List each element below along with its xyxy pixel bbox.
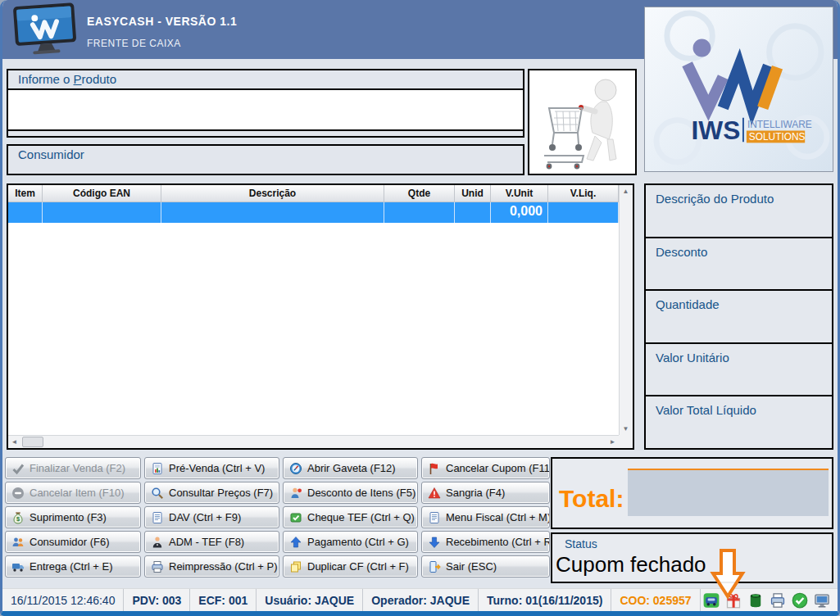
drum-icon[interactable] bbox=[747, 592, 764, 609]
abrir-gaveta-button[interactable]: Abrir Gaveta (F12) bbox=[283, 457, 418, 479]
cancelar-item-button: Cancelar Item (F10) bbox=[5, 482, 141, 504]
sair-label: Sair (ESC) bbox=[446, 560, 497, 573]
scroll-down-icon[interactable]: ▼ bbox=[620, 423, 632, 435]
sangria-button[interactable]: Sangria (F4) bbox=[421, 482, 550, 504]
detail-section-desconto: Desconto bbox=[646, 238, 832, 292]
selected-row-cell-descricao bbox=[161, 202, 384, 223]
total-display bbox=[628, 469, 829, 516]
app-logo-monitor-icon bbox=[9, 2, 81, 57]
detail-section-valor-total-liquido: Valor Total Líquido bbox=[646, 396, 832, 448]
menu-fiscal-button[interactable]: Menu Fiscal (Ctrl + M) bbox=[421, 506, 550, 528]
adm-tef-button[interactable]: ADM - TEF (F8) bbox=[144, 531, 279, 553]
person-suit-icon bbox=[151, 536, 164, 549]
entrega-button[interactable]: Entrega (Ctrl + E) bbox=[5, 555, 141, 578]
check-gray-icon bbox=[11, 462, 25, 475]
column-header-item[interactable]: Item bbox=[8, 185, 43, 202]
scroll-left-icon[interactable]: ◄ bbox=[8, 436, 20, 448]
pagamento-button[interactable]: Pagamento (Ctrl + G) bbox=[283, 531, 418, 553]
printer-icon bbox=[151, 560, 164, 573]
column-header-v_unit[interactable]: V.Unit bbox=[491, 185, 548, 202]
horizontal-scrollbar[interactable]: ◄ ► bbox=[8, 435, 619, 448]
svg-text:INTELLIWARE: INTELLIWARE bbox=[747, 119, 812, 130]
scroll-up-icon[interactable]: ▲ bbox=[620, 185, 632, 197]
entrega-label: Entrega (Ctrl + E) bbox=[30, 560, 113, 573]
selected-row-cell-v_liq bbox=[548, 202, 619, 223]
status-bar: 16/11/2015 12:46:40PDV: 003ECF: 001Usuár… bbox=[2, 588, 838, 611]
statusbar-usuario: Usuário: JAQUE bbox=[257, 589, 363, 611]
doc-lines-icon bbox=[151, 511, 164, 524]
desconto-de-itens-label: Desconto de Itens (F5) bbox=[307, 487, 415, 499]
statusbar-datetime: 16/11/2015 12:46:40 bbox=[2, 589, 124, 611]
detail-section-valor-unitario: Valor Unitário bbox=[646, 344, 832, 397]
cancelar-cupom-button[interactable]: Cancelar Cupom (F11) bbox=[421, 457, 550, 479]
vertical-scrollbar[interactable]: ▲ ▼ bbox=[619, 185, 633, 435]
selected-row-cell-codigo_ean bbox=[43, 202, 161, 223]
statusbar-tray bbox=[703, 592, 838, 609]
doc-lines-icon bbox=[428, 511, 441, 524]
duplicar-cf-button[interactable]: Duplicar CF (Ctrl + F) bbox=[283, 555, 418, 578]
scrollbar-corner bbox=[619, 435, 633, 448]
product-entry-group: Informe o Produto bbox=[7, 69, 524, 138]
selected-row-cell-unid bbox=[455, 202, 491, 223]
status-label: Status bbox=[565, 537, 597, 550]
ok-check-icon[interactable] bbox=[792, 592, 808, 609]
printer-icon[interactable] bbox=[770, 592, 786, 609]
statusbar-coo: COO: 025957 bbox=[611, 589, 700, 611]
consumer-group[interactable]: Consumidor bbox=[7, 144, 524, 175]
cancelar-item-label: Cancelar Item (F10) bbox=[30, 487, 125, 499]
finalizar-venda-button: Finalizar Venda (F2) bbox=[5, 457, 141, 479]
magnifier-icon bbox=[151, 487, 164, 500]
gift-icon[interactable] bbox=[725, 592, 742, 609]
column-header-codigo_ean[interactable]: Código EAN bbox=[43, 185, 161, 202]
product-entry-label: Informe o Produto bbox=[8, 70, 523, 86]
column-header-descricao[interactable]: Descrição bbox=[161, 185, 384, 202]
selected-item-row[interactable]: 0,000 bbox=[8, 202, 619, 223]
cheque-tef-button[interactable]: Cheque TEF (Ctrl + Q) bbox=[283, 506, 418, 528]
pagamento-label: Pagamento (Ctrl + G) bbox=[307, 536, 409, 548]
arrow-down-blue-icon bbox=[428, 536, 441, 549]
consultar-precos-label: Consultar Preços (F7) bbox=[169, 487, 273, 499]
pre-venda-label: Pré-Venda (Ctrl + V) bbox=[169, 462, 265, 474]
monitor-icon[interactable] bbox=[814, 592, 830, 609]
consultar-precos-button[interactable]: Consultar Preços (F7) bbox=[144, 482, 279, 504]
selected-row-cell-qtde bbox=[384, 202, 455, 223]
app-title: EASYCASH - VERSÃO 1.1 bbox=[87, 15, 237, 28]
detail-label-quantidade: Quantidade bbox=[646, 291, 832, 311]
abrir-gaveta-label: Abrir Gaveta (F12) bbox=[307, 462, 396, 474]
detail-label-descricao-do-produto: Descrição do Produto bbox=[646, 185, 832, 206]
people-icon bbox=[11, 536, 25, 549]
scroll-right-icon[interactable]: ► bbox=[606, 436, 619, 448]
cart-image-box bbox=[528, 69, 637, 175]
column-header-unid[interactable]: Unid bbox=[455, 185, 491, 202]
exit-door-icon bbox=[428, 560, 441, 573]
horizontal-scroll-thumb[interactable] bbox=[22, 437, 43, 447]
items-table-header: ItemCódigo EANDescriçãoQtdeUnidV.UnitV.L… bbox=[8, 185, 619, 202]
pre-venda-button[interactable]: Pré-Venda (Ctrl + V) bbox=[144, 457, 279, 479]
detail-label-desconto: Desconto bbox=[646, 238, 832, 259]
column-header-qtde[interactable]: Qtde bbox=[384, 185, 455, 202]
svg-text:SOLUTIONS: SOLUTIONS bbox=[749, 131, 806, 143]
doc-chart-icon bbox=[151, 462, 164, 475]
duplicar-cf-label: Duplicar CF (Ctrl + F) bbox=[307, 560, 409, 573]
shopping-cart-image bbox=[529, 70, 635, 174]
product-input[interactable] bbox=[8, 88, 523, 131]
statusbar-operador: Operador: JAQUE bbox=[363, 589, 479, 611]
items-table: ItemCódigo EANDescriçãoQtdeUnidV.UnitV.L… bbox=[7, 183, 634, 450]
check-doc-green-icon bbox=[289, 511, 302, 524]
detail-label-valor-unitario: Valor Unitário bbox=[646, 344, 832, 365]
dav-label: DAV (Ctrl + F9) bbox=[169, 511, 241, 523]
iws-logo-panel: IWS INTELLIWARE SOLUTIONS bbox=[644, 7, 833, 172]
sair-button[interactable]: Sair (ESC) bbox=[421, 555, 550, 578]
consumer-label: Consumidor bbox=[8, 146, 523, 161]
recebimento-button[interactable]: Recebimento (Ctrl + R) bbox=[421, 531, 550, 553]
dav-button[interactable]: DAV (Ctrl + F9) bbox=[144, 506, 279, 528]
consumidor-button[interactable]: Consumidor (F6) bbox=[5, 531, 141, 553]
delivery-truck-icon[interactable] bbox=[703, 592, 720, 609]
total-panel: Total: bbox=[551, 457, 833, 529]
suprimento-button[interactable]: $Suprimento (F3) bbox=[5, 506, 141, 528]
desconto-de-itens-button[interactable]: Desconto de Itens (F5) bbox=[283, 482, 418, 504]
action-button-grid: Finalizar Venda (F2)Pré-Venda (Ctrl + V)… bbox=[5, 457, 550, 582]
statusbar-ecf: ECF: 001 bbox=[190, 589, 257, 611]
column-header-v_liq[interactable]: V.Liq. bbox=[548, 185, 619, 202]
reimpressao-button[interactable]: Reimpressão (Ctrl + P) bbox=[144, 555, 279, 578]
